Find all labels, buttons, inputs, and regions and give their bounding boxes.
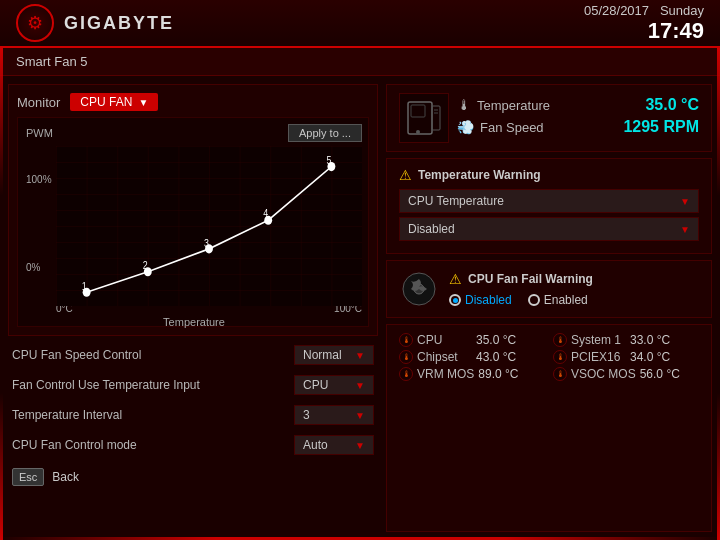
setting-temp-input: Fan Control Use Temperature Input CPU ▼ [8, 372, 378, 398]
fan-control-mode-dropdown[interactable]: Auto ▼ [294, 435, 374, 455]
sensor-value: 34.0 °C [630, 350, 670, 364]
setting-temp-interval: Temperature Interval 3 ▼ [8, 402, 378, 428]
sensor-row: 🌡VSOC MOS56.0 °C [553, 367, 699, 381]
sensor-row: 🌡CPU35.0 °C [399, 333, 545, 347]
temp-warning-option2: Disabled [408, 222, 455, 236]
header-date: 05/28/2017 [584, 3, 649, 18]
temp-speed-values: 🌡 Temperature 35.0 °C 💨 Fan Speed 1295 R… [457, 96, 699, 140]
temp-input-label: Fan Control Use Temperature Input [12, 378, 200, 392]
fan-speed-row: 💨 Fan Speed 1295 RPM [457, 118, 699, 136]
subtitle-text: Smart Fan 5 [16, 54, 88, 69]
graph-y-bottom: 0% [26, 262, 40, 273]
fan-fail-radio-group: Disabled Enabled [449, 293, 699, 307]
header-day: Sunday [660, 3, 704, 18]
left-decoration [0, 48, 3, 540]
graph-canvas: 1 2 3 4 5 [56, 146, 362, 306]
temperature-value: 35.0 °C [645, 96, 699, 114]
svg-point-14 [416, 130, 420, 134]
radio-disabled[interactable]: Disabled [449, 293, 512, 307]
pwm-label: PWM [26, 127, 53, 139]
radio-enabled[interactable]: Enabled [528, 293, 588, 307]
settings-section: CPU Fan Speed Control Normal ▼ Fan Contr… [8, 342, 378, 458]
sensor-name: Chipset [417, 350, 472, 364]
monitor-section: Monitor CPU FAN ▼ PWM Apply to ... 100% … [8, 84, 378, 336]
fan-fail-card: ⚠ CPU Fan Fail Warning Disabled Enabled [386, 260, 712, 318]
sensor-row: 🌡PCIEX1634.0 °C [553, 350, 699, 364]
temp-interval-dropdown[interactable]: 3 ▼ [294, 405, 374, 425]
sensor-name: CPU [417, 333, 472, 347]
fan-icon: 💨 [457, 119, 474, 135]
temp-warning-option2-arrow: ▼ [680, 224, 690, 235]
sensor-name: System 1 [571, 333, 626, 347]
back-label: Back [52, 470, 79, 484]
sensor-row: 🌡VRM MOS89.0 °C [399, 367, 545, 381]
fan-control-mode-value: Auto [303, 438, 328, 452]
temp-warning-option2-dropdown[interactable]: Disabled ▼ [399, 217, 699, 241]
radio-enabled-label: Enabled [544, 293, 588, 307]
main-content: Monitor CPU FAN ▼ PWM Apply to ... 100% … [0, 76, 720, 540]
apply-button[interactable]: Apply to ... [288, 124, 362, 142]
monitor-dropdown[interactable]: CPU FAN ▼ [70, 93, 158, 111]
right-panel: 🌡 Temperature 35.0 °C 💨 Fan Speed 1295 R… [386, 84, 712, 532]
temperature-axis-label: Temperature [26, 316, 362, 328]
sensor-name: VSOC MOS [571, 367, 636, 381]
sensor-value: 35.0 °C [476, 333, 516, 347]
sensor-dot: 🌡 [399, 350, 413, 364]
monitor-label: Monitor [17, 95, 60, 110]
fan-fail-header: ⚠ CPU Fan Fail Warning [449, 271, 699, 287]
fan-fail-title: CPU Fan Fail Warning [468, 272, 593, 286]
temp-warning-option1-dropdown[interactable]: CPU Temperature ▼ [399, 189, 699, 213]
fan-curve-svg: 1 2 3 4 5 [56, 146, 362, 306]
radio-disabled-dot [449, 294, 461, 306]
monitor-header: Monitor CPU FAN ▼ [17, 93, 369, 111]
svg-text:1: 1 [82, 280, 87, 292]
temp-input-value: CPU [303, 378, 328, 392]
sensor-card: 🌡CPU35.0 °C🌡System 133.0 °C🌡Chipset43.0 … [386, 324, 712, 532]
temp-interval-arrow: ▼ [355, 410, 365, 421]
sensor-grid: 🌡CPU35.0 °C🌡System 133.0 °C🌡Chipset43.0 … [399, 333, 699, 381]
fan-speed-control-label: CPU Fan Speed Control [12, 348, 141, 362]
subtitle-bar: Smart Fan 5 [0, 48, 720, 76]
fan-control-mode-arrow: ▼ [355, 440, 365, 451]
setting-fan-speed-control: CPU Fan Speed Control Normal ▼ [8, 342, 378, 368]
svg-text:3: 3 [204, 237, 209, 249]
header-time: 17:49 [584, 18, 704, 44]
header: ⚙ GIGABYTE 05/28/2017 Sunday 17:49 [0, 0, 720, 48]
temp-warning-header: ⚠ Temperature Warning [399, 167, 699, 183]
esc-key[interactable]: Esc [12, 468, 44, 486]
sensor-row: 🌡Chipset43.0 °C [399, 350, 545, 364]
svg-text:5: 5 [326, 155, 331, 167]
fan-fail-content: ⚠ CPU Fan Fail Warning Disabled Enabled [449, 271, 699, 307]
temp-warning-title: Temperature Warning [418, 168, 541, 182]
header-left: ⚙ GIGABYTE [16, 4, 174, 42]
sensor-dot: 🌡 [399, 333, 413, 347]
temp-warning-card: ⚠ Temperature Warning CPU Temperature ▼ … [386, 158, 712, 254]
sensor-dot: 🌡 [553, 350, 567, 364]
fan-control-mode-label: CPU Fan Control mode [12, 438, 137, 452]
sensor-dot: 🌡 [553, 333, 567, 347]
setting-fan-control-mode: CPU Fan Control mode Auto ▼ [8, 432, 378, 458]
svg-text:2: 2 [143, 260, 148, 272]
svg-rect-13 [411, 105, 425, 117]
radio-enabled-dot [528, 294, 540, 306]
sensor-row: 🌡System 133.0 °C [553, 333, 699, 347]
fan-speed-label: Fan Speed [480, 120, 617, 135]
temperature-label: Temperature [477, 98, 639, 113]
sensor-name: PCIEX16 [571, 350, 626, 364]
fan-speed-control-dropdown[interactable]: Normal ▼ [294, 345, 374, 365]
sensor-value: 33.0 °C [630, 333, 670, 347]
graph-header: PWM Apply to ... [26, 124, 362, 142]
temp-input-dropdown[interactable]: CPU ▼ [294, 375, 374, 395]
temp-speed-card: 🌡 Temperature 35.0 °C 💨 Fan Speed 1295 R… [386, 84, 712, 152]
graph-area: PWM Apply to ... 100% 0% [17, 117, 369, 327]
temp-warning-option1-arrow: ▼ [680, 196, 690, 207]
temp-warning-option1: CPU Temperature [408, 194, 504, 208]
svg-rect-12 [408, 102, 432, 134]
sensor-value: 56.0 °C [640, 367, 680, 381]
left-panel: Monitor CPU FAN ▼ PWM Apply to ... 100% … [8, 84, 378, 532]
pc-icon [399, 93, 449, 143]
graph-y-top: 100% [26, 174, 52, 185]
warning-icon: ⚠ [399, 167, 412, 183]
thermometer-icon: 🌡 [457, 97, 471, 113]
sensor-value: 43.0 °C [476, 350, 516, 364]
